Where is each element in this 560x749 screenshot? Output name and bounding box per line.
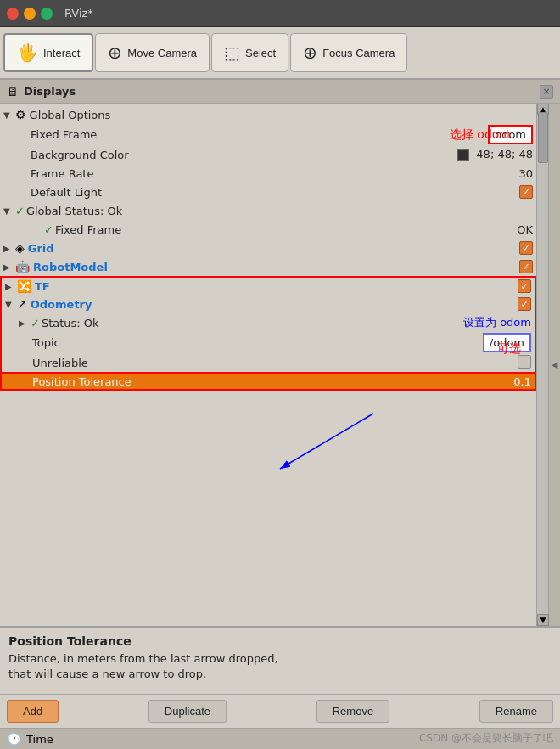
odometry-icon: ↗ <box>17 297 27 311</box>
global-options-item[interactable]: ▼ ⚙ Global Options <box>0 105 536 124</box>
bottom-buttons-bar: Add Duplicate Remove Rename <box>0 694 560 728</box>
bg-color-item[interactable]: Background Color 48; 48; 48 <box>0 145 536 164</box>
odometry-status-label: Status: Ok <box>42 317 446 329</box>
select-icon: ⬚ <box>224 44 240 61</box>
robot-icon: 🤖 <box>15 260 30 273</box>
focus-camera-icon: ⊕ <box>303 44 317 61</box>
grid-icon: ◈ <box>15 241 25 255</box>
frame-rate-item[interactable]: Frame Rate 30 <box>0 164 536 183</box>
displays-body: ▼ ⚙ Global Options Fixed Frame odom <box>0 104 560 626</box>
tf-check: ✓ <box>518 279 531 293</box>
position-tolerance-label: Position Tolerance <box>32 375 510 388</box>
displays-monitor-icon: 🖥 <box>7 85 19 99</box>
unreliable-label: Unreliable <box>32 357 514 369</box>
focus-camera-label: Focus Camera <box>322 47 395 59</box>
scrollbar[interactable]: ▲ ▼ <box>536 104 548 626</box>
global-status-label: Global Status: Ok <box>26 205 533 217</box>
global-options-label: Global Options <box>30 109 533 121</box>
expand-arrow: ▶ <box>3 244 15 253</box>
move-camera-button[interactable]: ⊕ Move Camera <box>95 33 210 72</box>
close-icon: × <box>542 86 550 97</box>
fixed-frame-item[interactable]: Fixed Frame odom <box>0 124 536 145</box>
expand-arrow: ▼ <box>5 300 17 309</box>
default-light-label: Default Light <box>31 186 516 199</box>
ff-ok-label: Fixed Frame <box>55 223 513 236</box>
scroll-down-arrow[interactable]: ▼ <box>537 614 549 626</box>
select-button[interactable]: ⬚ Select <box>211 33 288 72</box>
hand-icon: 🖐 <box>17 44 38 61</box>
bg-color-label: Background Color <box>31 149 454 161</box>
global-status-item[interactable]: ▼ ✓ Global Status: Ok <box>0 201 536 220</box>
topic-box[interactable]: /odom <box>483 333 531 352</box>
chevron-right-icon: ◀ <box>552 360 558 369</box>
checkbox-unchecked[interactable] <box>518 355 531 369</box>
set-odom-annotation: 设置为 odom <box>463 315 531 330</box>
tf-label: TF <box>35 280 514 293</box>
default-light-item[interactable]: Default Light ✓ <box>0 183 536 201</box>
topic-item[interactable]: Topic /odom <box>0 332 536 353</box>
odometry-item[interactable]: ▼ ↗ Odometry ✓ <box>0 295 536 313</box>
robot-model-label: RobotModel <box>33 261 516 273</box>
time-label: Time <box>26 733 53 746</box>
rename-button[interactable]: Rename <box>479 700 553 723</box>
unreliable-item[interactable]: Unreliable <box>0 353 536 372</box>
color-swatch <box>457 149 469 161</box>
focus-camera-button[interactable]: ⊕ Focus Camera <box>290 33 407 72</box>
displays-close-button[interactable]: × <box>540 85 553 99</box>
unreliable-check <box>518 355 531 371</box>
sidebar-collapse-handle[interactable]: ◀ <box>548 104 560 626</box>
titlebar: RViz* <box>0 0 560 27</box>
interact-label: Interact <box>43 47 80 59</box>
checkbox-checked[interactable]: ✓ <box>518 297 531 311</box>
odometry-label: Odometry <box>31 298 514 311</box>
displays-panel: 🖥 Displays × ▼ ⚙ Global Options Fixed <box>0 80 560 626</box>
position-tolerance-item[interactable]: Position Tolerance 0.1 <box>0 372 536 391</box>
status-ok-icon: ✓ <box>31 317 40 329</box>
checkbox-checked[interactable]: ✓ <box>519 241 533 255</box>
ff-ok-value: OK <box>517 223 533 236</box>
displays-list[interactable]: ▼ ⚙ Global Options Fixed Frame odom <box>0 104 536 626</box>
checkbox-checked[interactable]: ✓ <box>519 185 533 199</box>
interact-button[interactable]: 🖐 Interact <box>3 33 93 72</box>
check-icon: ✓ <box>44 223 53 236</box>
topic-label: Topic <box>32 336 479 349</box>
move-camera-icon: ⊕ <box>108 44 122 61</box>
scroll-thumb[interactable] <box>538 112 548 163</box>
checkbox-checked[interactable]: ✓ <box>519 260 533 273</box>
displays-header: 🖥 Displays × <box>0 80 560 104</box>
expand-arrow: ▶ <box>5 282 17 291</box>
move-camera-label: Move Camera <box>127 47 197 59</box>
robot-model-item[interactable]: ▶ 🤖 RobotModel ✓ <box>0 257 536 276</box>
add-button[interactable]: Add <box>7 700 59 723</box>
status-ok-icon: ✓ <box>15 205 25 217</box>
topic-value: /odom <box>483 333 531 352</box>
maximize-button[interactable] <box>41 8 53 20</box>
window-controls[interactable] <box>7 8 53 20</box>
odometry-check: ✓ <box>518 297 531 311</box>
description-panel: Position Tolerance Distance, in meters f… <box>0 626 560 694</box>
minimize-button[interactable] <box>24 8 36 20</box>
odometry-status-item[interactable]: ▶ ✓ Status: Ok 设置为 odom <box>0 313 536 332</box>
description-text: Distance, in meters from the last arrow … <box>8 651 552 682</box>
fixed-frame-box[interactable]: odom <box>488 125 533 144</box>
watermark: CSDN @不会是要长脑子了吧 <box>419 731 553 746</box>
default-light-value: ✓ <box>519 185 533 199</box>
expand-arrow: ▼ <box>3 110 15 120</box>
select-label: Select <box>245 47 276 59</box>
grid-check: ✓ <box>519 241 533 255</box>
duplicate-button[interactable]: Duplicate <box>148 700 227 723</box>
grid-item[interactable]: ▶ ◈ Grid ✓ <box>0 239 536 257</box>
expand-arrow: ▶ <box>3 262 15 272</box>
checkbox-checked[interactable]: ✓ <box>518 279 531 293</box>
tf-item[interactable]: ▶ 🔀 TF ✓ <box>0 276 536 295</box>
fixed-frame-ok-item[interactable]: ✓ Fixed Frame OK <box>0 220 536 239</box>
displays-title: Displays <box>24 85 535 98</box>
settings-icon: ⚙ <box>15 108 26 121</box>
frame-rate-label: Frame Rate <box>31 167 515 180</box>
toolbar: 🖐 Interact ⊕ Move Camera ⬚ Select ⊕ Focu… <box>0 27 560 80</box>
remove-button[interactable]: Remove <box>316 700 389 723</box>
bg-color-value: 48; 48; 48 <box>457 148 533 161</box>
expand-arrow: ▼ <box>3 206 15 216</box>
close-button[interactable] <box>7 8 19 20</box>
main-area: 🖥 Displays × ▼ ⚙ Global Options Fixed <box>0 80 560 749</box>
